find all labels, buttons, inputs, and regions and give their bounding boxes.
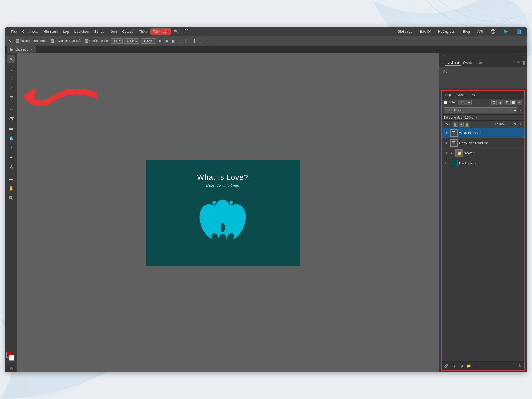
filter-icon-adj[interactable]: ◑ (498, 100, 503, 105)
transform2-icon[interactable]: ⊡ (177, 39, 182, 44)
tab-close-button[interactable]: ✕ (30, 48, 32, 51)
menu-baoloi[interactable]: Báo lỗi (417, 28, 434, 35)
spacing-checkbox[interactable] (85, 39, 88, 43)
shape2-tool[interactable]: ▬ (7, 174, 15, 183)
channels-tab[interactable]: Kênh (455, 92, 466, 98)
filter-checkbox[interactable] (444, 101, 447, 104)
fill-tool[interactable]: 💧 (7, 134, 15, 142)
add-effect-icon[interactable]: fx (451, 363, 456, 369)
menu-lop[interactable]: Lớp (60, 28, 72, 35)
align-icon[interactable]: ⊞ (164, 39, 169, 44)
crop-tool[interactable]: ⊡ (7, 93, 15, 102)
size-icon[interactable]: ⊞ (204, 38, 210, 44)
move-tool-icon[interactable]: ↖ (7, 38, 13, 44)
info-icon[interactable]: ℹ (441, 60, 445, 65)
menu-gioithieu[interactable]: Giới thiệu (395, 28, 415, 35)
twitter-icon[interactable]: 🐦 (501, 28, 511, 35)
document-tab[interactable]: template.psd ✕ (7, 46, 36, 53)
lock-checkerboard[interactable]: ▦ (453, 122, 458, 127)
facebook-icon[interactable]: 📘 (513, 28, 524, 35)
align3-icon[interactable]: ⊟ (197, 38, 203, 44)
path-tab[interactable]: Path (469, 92, 479, 98)
lock-move[interactable]: ⊕ (459, 122, 464, 127)
layer-eye-2[interactable]: 👁 (444, 151, 448, 156)
distribute-icon[interactable]: ▦ (171, 39, 176, 44)
fill-dropdown-icon[interactable]: ▼ (519, 123, 522, 126)
menu-blog[interactable]: Blog (460, 28, 473, 35)
menu-api[interactable]: API (475, 28, 486, 35)
path-select-tool[interactable]: ⋀ (7, 163, 15, 171)
pen-tool[interactable]: ✒ (7, 153, 15, 161)
blend-mode-select[interactable]: Bình thường (444, 107, 517, 113)
menu-chinhedit[interactable]: Chỉnh sửa (19, 28, 41, 35)
filter-icon-smart[interactable]: ⚙ (517, 100, 522, 105)
blend-dropdown-icon[interactable]: ▼ (519, 109, 522, 112)
lasso-tool[interactable]: ⌇ (7, 74, 15, 82)
layer-expand-2[interactable]: ▶ (450, 151, 454, 155)
menu-xem[interactable]: Xem (107, 28, 119, 35)
scale-select[interactable]: 1x 2x (111, 38, 123, 44)
panel-collapse-right[interactable]: 〉〈 (519, 54, 525, 58)
filter-icon-text[interactable]: T (504, 100, 509, 105)
svg-export-button[interactable]: ⬇ SVG (141, 38, 156, 44)
layer-row-3[interactable]: 👁 ▪ Background (442, 158, 524, 168)
filter-icon-shape[interactable]: ⬜ (510, 100, 516, 105)
search-icon[interactable]: 🔍 (171, 28, 182, 35)
eraser-tool[interactable]: ⌫ (7, 115, 15, 123)
menu-boloc[interactable]: Bộ lọc (92, 28, 107, 35)
layer-row-1[interactable]: 👁 T Baby, don't hurt me. (442, 138, 524, 148)
add-mask-icon[interactable]: ◑ (459, 363, 464, 369)
delete-layer-icon[interactable]: 🗑 (517, 363, 522, 369)
select-area-tool[interactable]: ⬚ (7, 64, 15, 73)
opacity-dropdown-icon[interactable]: ▼ (475, 116, 478, 119)
filter-kind-select[interactable]: Kind (458, 100, 472, 105)
fullscreen-icon[interactable]: ⛶ (182, 28, 191, 35)
align-left-icon[interactable]: ▏ (184, 38, 189, 44)
zoom-tool[interactable]: 🔍 (7, 194, 15, 202)
magic-wand-tool[interactable]: ✳ (7, 84, 15, 92)
layer-row-0[interactable]: 👁 T What Is Love? (442, 128, 524, 138)
menu-hinhanh[interactable]: Hình ảnh (41, 28, 61, 35)
new-group-icon[interactable]: 📁 (466, 363, 471, 369)
menu-them[interactable]: Thêm (136, 28, 150, 35)
png-export-button[interactable]: ⬇ PNG (124, 38, 139, 44)
mode-icon[interactable]: ▤ (7, 365, 15, 371)
hand-tool[interactable]: ✋ (7, 184, 15, 193)
menu-taikhoan[interactable]: Tài khoản (150, 28, 171, 35)
layer-row-2[interactable]: 👁 ▶ 📁 flower (442, 148, 524, 158)
swatch-tab[interactable]: Swatch màu (461, 60, 484, 66)
layers-tab[interactable]: Lớp (443, 92, 452, 98)
lock-all[interactable]: 🔒 (465, 122, 469, 127)
shape-tool[interactable]: ▬ (7, 124, 15, 133)
spacing-option[interactable]: Khoảng cách (84, 39, 110, 43)
select-tool[interactable]: ↖ (7, 55, 15, 63)
layer-eye-3[interactable]: 👁 (444, 161, 448, 166)
menu-tep[interactable]: Tệp (8, 28, 19, 35)
reddit-icon[interactable]: 👽 (488, 28, 498, 35)
panel-icon-1[interactable]: ≡ (513, 60, 515, 65)
copy-icon[interactable]: ⧉ (158, 38, 162, 44)
menu-huongdan[interactable]: Hướng dẫn (435, 28, 458, 35)
align-right-icon[interactable]: ▕ (191, 38, 196, 44)
panel-icon-3[interactable]: ¶ (522, 60, 525, 65)
content-area: ↖ ⬚ ⌇ ✳ ⊡ ✏ ⌫ ▬ 💧 T ✒ ⋀ ▬ ✋ 🔍 ▤ (5, 53, 527, 372)
menu-luachon[interactable]: Lựa chọn (72, 28, 92, 35)
history-tab[interactable]: Lịch sử (445, 59, 461, 66)
layer-eye-0[interactable]: 👁 (444, 131, 448, 135)
transform-option[interactable]: Tùy chọn biến đổi (49, 39, 82, 43)
filter-label: Filter (449, 101, 456, 104)
text-tool[interactable]: T (7, 143, 15, 152)
auto-select-checkbox[interactable] (16, 39, 19, 43)
layer-eye-1[interactable]: 👁 (444, 141, 448, 146)
new-layer-icon[interactable]: □ (473, 363, 479, 369)
panel-icon-2[interactable]: ✏ (517, 60, 520, 65)
transform-checkbox[interactable] (51, 39, 54, 43)
background-color[interactable] (9, 355, 14, 361)
panel-collapse-left[interactable]: 〈〉 (441, 54, 447, 58)
link-layers-icon[interactable]: 🔗 (444, 363, 449, 369)
brush-tool[interactable]: ✏ (7, 105, 15, 114)
download-svg-icon: ⬇ (143, 39, 146, 43)
auto-select-option[interactable]: Tự động lựa chọn (14, 39, 47, 43)
menu-cuaso[interactable]: Cửa số (119, 28, 136, 35)
filter-icon-img[interactable]: 🖼 (491, 100, 497, 105)
